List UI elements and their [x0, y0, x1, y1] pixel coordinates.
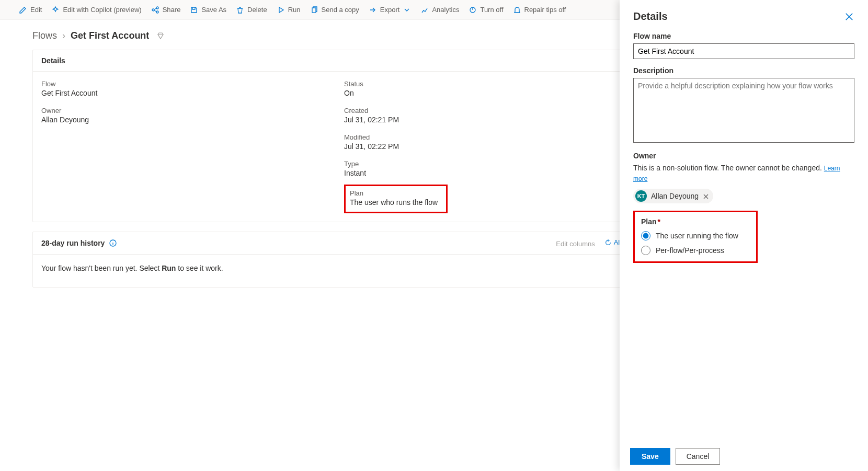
plan-value: The user who runs the flow [350, 198, 441, 206]
turn-off-button[interactable]: Turn off [469, 6, 503, 14]
send-copy-button[interactable]: Send a copy [310, 6, 359, 14]
chevron-down-icon [403, 6, 411, 14]
type-field: Type Instant [344, 160, 636, 177]
panel-plan-label: Plan* [641, 217, 750, 226]
type-value: Instant [344, 169, 636, 177]
info-icon[interactable] [109, 239, 117, 247]
plan-opt2-label: Per-flow/Per-process [656, 246, 724, 255]
modified-field: Modified Jul 31, 02:22 PM [344, 133, 636, 151]
panel-owner-label: Owner [633, 152, 854, 160]
breadcrumb-flows[interactable]: Flows [32, 30, 57, 41]
created-label: Created [344, 107, 636, 114]
analytics-label: Analytics [432, 6, 459, 14]
trash-icon [236, 6, 244, 14]
share-label: Share [163, 6, 181, 14]
modified-value: Jul 31, 02:22 PM [344, 142, 636, 151]
save-button[interactable]: Save [630, 448, 670, 465]
send-copy-label: Send a copy [322, 6, 359, 14]
share-button[interactable]: Share [151, 6, 181, 14]
created-field: Created Jul 31, 02:21 PM [344, 107, 636, 124]
svg-point-2 [156, 11, 158, 13]
flow-field: Flow Get First Account [41, 80, 334, 97]
delete-label: Delete [247, 6, 267, 14]
plan-label: Plan [350, 189, 441, 197]
plan-radio-user[interactable] [641, 231, 650, 240]
flow-name-label: Flow name [633, 32, 854, 40]
flow-value: Get First Account [41, 89, 334, 97]
details-panel: Details Flow name Description Owner This… [620, 0, 868, 471]
plan-block-highlighted: Plan* The user running the flow Per-flow… [633, 211, 758, 263]
play-icon [277, 6, 285, 14]
edit-copilot-label: Edit with Copilot (preview) [63, 6, 141, 14]
repair-tips-label: Repair tips off [524, 6, 566, 14]
turn-off-label: Turn off [480, 6, 503, 14]
run-history-card: 28-day run history Edit columns All runs… [32, 232, 645, 288]
history-title: 28-day run history [41, 239, 105, 247]
plan-option-user[interactable]: The user running the flow [641, 231, 750, 240]
details-card: Details Edit Flow Get First Account Owne… [32, 50, 645, 222]
edit-copilot-button[interactable]: Edit with Copilot (preview) [51, 6, 141, 14]
created-value: Jul 31, 02:21 PM [344, 116, 636, 124]
export-label: Export [380, 6, 400, 14]
save-as-button[interactable]: Save As [190, 6, 226, 14]
svg-point-0 [152, 9, 154, 11]
run-label: Run [288, 6, 301, 14]
status-label: Status [344, 80, 636, 88]
bell-icon [513, 6, 521, 14]
save-icon [190, 6, 198, 14]
share-icon [151, 6, 159, 14]
type-label: Type [344, 160, 636, 168]
cancel-button[interactable]: Cancel [676, 448, 721, 465]
close-button[interactable] [844, 12, 854, 22]
delete-button[interactable]: Delete [236, 6, 267, 14]
modified-label: Modified [344, 133, 636, 141]
pencil-icon [19, 6, 27, 14]
sparkle-icon [51, 6, 60, 14]
svg-rect-3 [312, 8, 316, 13]
run-button[interactable]: Run [277, 6, 301, 14]
owner-chip-avatar: KT [635, 190, 647, 202]
edit-label: Edit [30, 6, 42, 14]
analytics-button[interactable]: Analytics [420, 6, 459, 14]
flow-label: Flow [41, 80, 334, 88]
plan-opt1-label: The user running the flow [656, 232, 738, 240]
flow-name-input[interactable] [633, 43, 854, 59]
edit-button[interactable]: Edit [19, 6, 42, 14]
description-textarea[interactable] [633, 78, 854, 143]
export-icon [369, 6, 377, 14]
save-as-label: Save As [201, 6, 226, 14]
history-empty-message: Your flow hasn't been run yet. Select Ru… [33, 255, 645, 287]
remove-owner-icon[interactable] [703, 193, 709, 199]
svg-point-1 [156, 7, 158, 9]
status-value: On [344, 89, 636, 97]
details-title: Details [41, 56, 65, 65]
owner-label: Owner [41, 107, 334, 114]
breadcrumb-current: Get First Account [71, 30, 149, 41]
plan-radio-perflow[interactable] [641, 246, 650, 255]
edit-columns-link[interactable]: Edit columns [556, 240, 595, 248]
owner-value: Allan Deyoung [41, 116, 334, 124]
plan-option-perflow[interactable]: Per-flow/Per-process [641, 246, 750, 255]
repair-tips-button[interactable]: Repair tips off [513, 6, 566, 14]
plan-field-highlighted: Plan The user who runs the flow [344, 185, 448, 213]
premium-icon [156, 32, 165, 40]
owner-field: Owner Allan Deyoung [41, 107, 334, 124]
breadcrumb-separator: › [62, 30, 65, 41]
panel-title: Details [633, 10, 668, 22]
description-label: Description [633, 66, 854, 75]
export-button[interactable]: Export [369, 6, 412, 14]
power-icon [469, 6, 477, 14]
owner-chip-name: Allan Deyoung [651, 192, 699, 200]
owner-note: This is a non-solution flow. The owner c… [633, 163, 854, 183]
copy-icon [310, 6, 318, 14]
status-field: Status On [344, 80, 636, 97]
chart-icon [420, 6, 429, 14]
owner-chip: KT Allan Deyoung [633, 189, 713, 203]
